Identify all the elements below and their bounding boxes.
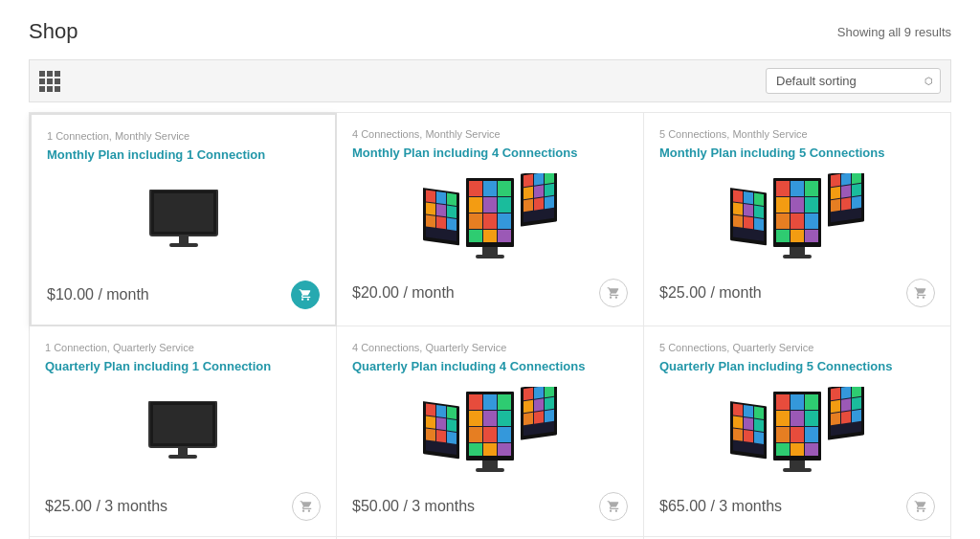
- svg-rect-46: [754, 193, 764, 206]
- svg-rect-98: [483, 394, 497, 410]
- svg-rect-71: [852, 173, 861, 184]
- product-price: $20.00 / month: [352, 284, 455, 302]
- sort-select[interactable]: Default sortingSort by popularitySort by…: [766, 68, 941, 94]
- svg-rect-97: [469, 394, 482, 410]
- svg-rect-90: [436, 417, 446, 430]
- svg-rect-69: [831, 174, 840, 187]
- svg-rect-100: [469, 411, 482, 426]
- grid-dot: [55, 86, 60, 92]
- svg-rect-138: [776, 411, 790, 426]
- svg-rect-132: [754, 432, 764, 444]
- svg-rect-92: [426, 429, 435, 441]
- svg-rect-36: [545, 184, 554, 196]
- add-to-cart-button[interactable]: [599, 279, 628, 307]
- svg-rect-60: [805, 197, 818, 213]
- grid-dot: [39, 79, 45, 84]
- product-price: $25.00 / month: [659, 284, 762, 302]
- svg-rect-124: [733, 404, 743, 416]
- product-price-row: $50.00 / 3 months: [352, 492, 628, 521]
- svg-rect-94: [447, 432, 457, 444]
- svg-rect-88: [447, 407, 457, 419]
- svg-rect-48: [744, 204, 753, 216]
- svg-rect-118: [534, 412, 544, 424]
- svg-rect-35: [534, 186, 544, 198]
- add-to-cart-button[interactable]: [906, 279, 935, 307]
- product-card[interactable]: 4 Connections, Monthly Service Monthly P…: [337, 113, 644, 326]
- product-image: [659, 171, 935, 267]
- svg-rect-115: [534, 399, 544, 412]
- svg-rect-8: [447, 193, 457, 206]
- svg-rect-158: [790, 460, 805, 468]
- svg-rect-12: [426, 215, 435, 228]
- product-price: $50.00 / 3 months: [352, 498, 475, 515]
- svg-rect-44: [733, 191, 743, 203]
- add-to-cart-button[interactable]: [599, 492, 628, 521]
- grid-dot: [55, 79, 60, 84]
- svg-rect-77: [852, 196, 861, 209]
- svg-rect-24: [483, 213, 497, 229]
- svg-rect-73: [841, 186, 851, 198]
- svg-rect-111: [523, 388, 533, 400]
- svg-rect-152: [831, 400, 840, 413]
- add-to-cart-button[interactable]: [906, 492, 935, 521]
- svg-rect-40: [482, 247, 498, 255]
- svg-rect-27: [483, 230, 497, 242]
- product-image: [659, 385, 935, 481]
- svg-rect-114: [523, 400, 533, 413]
- svg-rect-62: [791, 213, 804, 229]
- product-category: 4 Connections, Monthly Service: [352, 128, 628, 140]
- svg-rect-139: [791, 411, 804, 426]
- svg-rect-25: [498, 213, 511, 229]
- svg-rect-86: [426, 404, 435, 416]
- product-category: 1 Connection, Monthly Service: [47, 130, 320, 142]
- product-card[interactable]: 1 Connection, Quarterly Service Quarterl…: [30, 326, 337, 537]
- svg-rect-101: [483, 411, 497, 426]
- products-grid: 1 Connection, Monthly Service Monthly Pl…: [29, 112, 951, 539]
- svg-rect-116: [545, 397, 554, 410]
- svg-rect-91: [447, 419, 457, 432]
- svg-rect-10: [436, 204, 446, 216]
- product-name: Quarterly Plan including 1 Connection: [45, 359, 321, 375]
- svg-rect-102: [498, 411, 511, 426]
- product-price-row: $65.00 / 3 months: [659, 492, 935, 521]
- svg-rect-3: [169, 243, 198, 247]
- product-card[interactable]: 5 Connections, Monthly Service Monthly P…: [644, 113, 951, 326]
- svg-rect-61: [776, 213, 790, 229]
- page-header: Shop Showing all 9 results: [29, 19, 951, 44]
- svg-rect-18: [483, 181, 497, 196]
- svg-rect-28: [498, 230, 511, 242]
- toolbar: Default sortingSort by popularitySort by…: [29, 59, 951, 102]
- svg-rect-11: [447, 206, 457, 218]
- product-card[interactable]: 4 Connections, Quarterly Service Quarter…: [337, 326, 644, 537]
- svg-rect-151: [852, 387, 861, 397]
- svg-rect-38: [534, 198, 544, 211]
- add-to-cart-button[interactable]: [292, 492, 321, 521]
- svg-rect-31: [523, 174, 533, 187]
- svg-rect-104: [483, 427, 497, 442]
- add-to-cart-button[interactable]: [291, 281, 320, 309]
- product-name: Quarterly Plan including 4 Connections: [352, 359, 628, 375]
- svg-rect-37: [523, 199, 533, 212]
- svg-rect-140: [805, 411, 818, 426]
- product-card[interactable]: 5 Connections, Quarterly Service Quarter…: [644, 326, 951, 537]
- page-wrapper: Shop Showing all 9 results Default sorti…: [0, 0, 980, 539]
- grid-dot: [47, 86, 53, 92]
- svg-rect-128: [744, 417, 753, 430]
- svg-rect-34: [523, 187, 533, 199]
- product-name: Monthly Plan including 5 Connections: [659, 146, 935, 162]
- svg-rect-78: [790, 247, 805, 255]
- product-name: Quarterly Plan including 5 Connections: [659, 359, 935, 375]
- svg-rect-65: [791, 230, 804, 242]
- svg-rect-75: [831, 199, 840, 212]
- results-count: Showing all 9 results: [837, 25, 951, 39]
- grid-view-button[interactable]: [39, 71, 60, 92]
- svg-rect-149: [831, 388, 840, 400]
- svg-rect-153: [841, 399, 851, 412]
- svg-rect-155: [831, 413, 840, 425]
- svg-rect-51: [744, 216, 753, 229]
- svg-rect-120: [482, 460, 498, 468]
- product-card[interactable]: 1 Connection, Monthly Service Monthly Pl…: [30, 113, 337, 326]
- svg-rect-14: [447, 218, 457, 231]
- product-price-row: $25.00 / month: [659, 279, 935, 307]
- svg-rect-89: [426, 416, 435, 429]
